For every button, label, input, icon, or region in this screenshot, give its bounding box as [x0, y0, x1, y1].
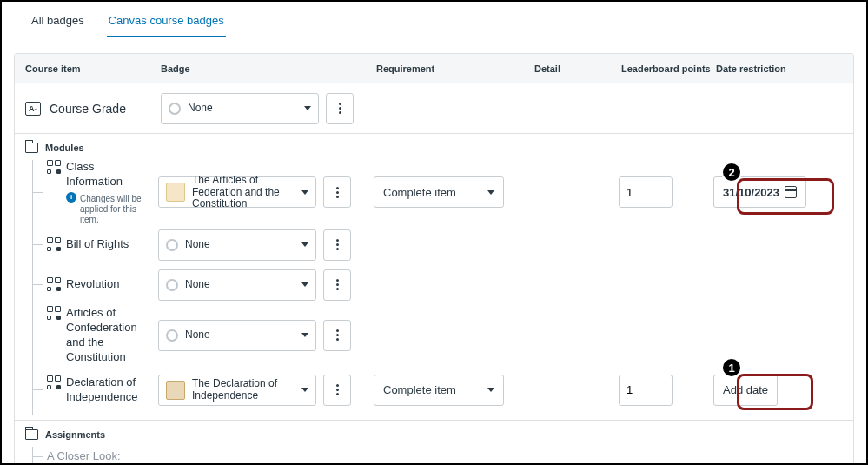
badge-select-class-information[interactable]: The Articles of Federation and the Const…: [158, 176, 316, 208]
chevron-down-icon: [301, 282, 308, 287]
assignment-title: A Closer Look:: [47, 449, 121, 463]
module-title: Revolution: [66, 277, 119, 292]
col-header-badge: Badge: [161, 63, 376, 74]
module-row-revolution: Revolution None: [33, 265, 853, 305]
badge-select-declaration[interactable]: The Declaration of Independence: [158, 375, 316, 406]
module-icon: [47, 160, 61, 174]
badge-select-course-grade[interactable]: None: [161, 93, 319, 124]
badge-select-articles[interactable]: None: [158, 320, 316, 351]
module-title: Bill of Rights: [66, 237, 129, 252]
chevron-down-icon: [301, 242, 308, 247]
empty-badge-icon: [166, 279, 178, 291]
date-value: 31/10/2023: [723, 186, 779, 199]
module-icon: [47, 277, 61, 291]
assignment-row-closer-look: A Closer Look:: [33, 447, 853, 463]
course-grade-label: A+ Course Grade: [15, 102, 161, 116]
col-header-points: Leaderboard points: [621, 63, 716, 74]
grade-icon: A+: [25, 102, 41, 116]
module-row-declaration: Declaration of Independence The Declarat…: [33, 366, 853, 415]
module-row-articles-confederation: Articles of Confederation and the Consti…: [33, 305, 853, 366]
assignments-tree: A Closer Look:: [32, 447, 853, 463]
col-header-date: Date restriction: [716, 63, 820, 74]
date-restriction-button[interactable]: 31/10/2023: [713, 176, 806, 208]
module-change-note: Changes will be applied for this item.: [80, 194, 149, 225]
points-input[interactable]: [619, 176, 673, 208]
module-title: Articles of Confederation and the Consti…: [66, 306, 149, 365]
chevron-down-icon: [304, 106, 311, 110]
badge-label: The Articles of Federation and the Const…: [192, 175, 295, 210]
badge-thumbnail-icon: [166, 183, 185, 202]
row-menu-button[interactable]: [323, 375, 351, 406]
badge-select-bill-of-rights[interactable]: None: [158, 229, 316, 261]
col-header-requirement: Requirement: [376, 63, 534, 74]
section-assignments-header: Assignments: [15, 421, 853, 443]
row-menu-button[interactable]: [323, 176, 351, 208]
requirement-select[interactable]: Complete item: [374, 176, 504, 208]
tab-all-badges[interactable]: All badges: [30, 12, 86, 37]
modules-tree: Class Information i Changes will be appl…: [32, 160, 853, 415]
calendar-icon: [785, 186, 797, 198]
points-input[interactable]: [619, 375, 673, 406]
folder-icon: [25, 143, 38, 153]
course-grade-text: Course Grade: [50, 102, 126, 116]
module-row-class-information: Class Information i Changes will be appl…: [33, 160, 853, 225]
requirement-label: Complete item: [383, 186, 456, 199]
requirement-select[interactable]: Complete item: [374, 375, 504, 406]
row-course-grade: A+ Course Grade None: [15, 83, 853, 134]
row-menu-button[interactable]: [323, 269, 351, 301]
section-modules-label: Modules: [45, 143, 84, 153]
empty-badge-icon: [169, 103, 181, 115]
badge-none-label: None: [185, 239, 210, 251]
tab-canvas-course-badges[interactable]: Canvas course badges: [107, 12, 226, 37]
badges-table: Course item Badge Requirement Detail Lea…: [14, 53, 854, 463]
col-header-detail: Detail: [534, 63, 621, 74]
chevron-down-icon: [301, 190, 308, 195]
module-title: Declaration of Independence: [66, 375, 149, 405]
badge-none-label: None: [185, 329, 210, 342]
chevron-down-icon: [487, 190, 494, 195]
badge-select-revolution[interactable]: None: [158, 269, 316, 301]
badge-none-label: None: [185, 279, 210, 291]
module-title: Class Information: [66, 160, 149, 189]
badge-label: The Declaration of Independence: [192, 378, 295, 402]
badge-thumbnail-icon: [166, 381, 185, 400]
add-date-label: Add date: [723, 383, 768, 396]
requirement-label: Complete item: [383, 383, 456, 396]
section-assignments-label: Assignments: [45, 429, 105, 440]
col-header-course: Course item: [15, 63, 161, 74]
badge-none-label: None: [188, 103, 213, 115]
table-header: Course item Badge Requirement Detail Lea…: [15, 54, 853, 83]
folder-icon: [25, 429, 38, 440]
chevron-down-icon: [487, 388, 494, 392]
add-date-button[interactable]: Add date: [713, 375, 778, 406]
empty-badge-icon: [166, 239, 178, 251]
empty-badge-icon: [166, 329, 178, 342]
module-icon: [47, 375, 61, 389]
page-container: All badges Canvas course badges Course i…: [2, 2, 866, 463]
module-row-bill-of-rights: Bill of Rights None: [33, 225, 853, 265]
chevron-down-icon: [301, 388, 308, 392]
tabs-bar: All badges Canvas course badges: [14, 2, 854, 37]
module-icon: [47, 306, 61, 320]
row-menu-button[interactable]: [323, 320, 351, 351]
chevron-down-icon: [301, 333, 308, 337]
info-icon: i: [66, 192, 76, 203]
row-menu-button-grade[interactable]: [326, 93, 354, 124]
row-menu-button[interactable]: [323, 229, 351, 261]
module-icon: [47, 237, 61, 251]
section-modules-header: Modules: [15, 134, 853, 156]
